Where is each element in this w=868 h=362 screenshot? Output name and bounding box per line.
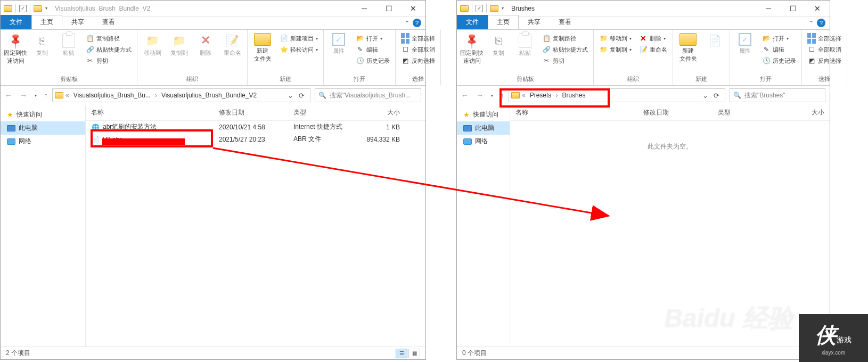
invertselect-button[interactable]: ◩反向选择 <box>805 55 844 66</box>
delete-button[interactable]: ✕删除 <box>193 31 218 59</box>
breadcrumb-item[interactable]: Presets <box>528 92 554 99</box>
pasteshortcut-button[interactable]: 🔗粘贴快捷方式 <box>84 44 134 55</box>
newfolder-button[interactable]: 新建 文件夹 <box>675 31 701 65</box>
tab-view[interactable]: 查看 <box>550 15 580 29</box>
qat-check-icon[interactable]: ✓ <box>476 5 483 12</box>
history-button[interactable]: 🕓历史记录 <box>354 55 392 66</box>
chevron-down-icon[interactable]: ▾ <box>45 6 47 11</box>
invertselect-button[interactable]: ◩反向选择 <box>399 55 437 66</box>
rename-button[interactable]: 📝重命名 <box>637 44 669 55</box>
copy-button[interactable]: ⎘复制 <box>486 31 511 59</box>
newfolder-button[interactable]: 新建 文件夹 <box>250 31 275 65</box>
address-bar[interactable]: « Presets › Brushes ⌄⟳ <box>509 88 725 102</box>
search-input[interactable]: 🔍 搜索"Visualsofjulius_Brush... <box>315 88 421 102</box>
refresh-button[interactable]: ⟳ <box>299 92 305 100</box>
history-button[interactable]: 🕓历史记录 <box>760 55 798 66</box>
sidebar-item-network[interactable]: 网络 <box>457 135 510 148</box>
history-dropdown[interactable]: ▾ <box>35 93 37 98</box>
maximize-button[interactable]: ☐ <box>376 1 401 17</box>
open-button[interactable]: 📂打开▾ <box>354 33 392 44</box>
qat-check-icon[interactable]: ✓ <box>19 5 27 12</box>
pin-quickaccess-button[interactable]: 📌固定到快 速访问 <box>459 31 485 67</box>
paste-button[interactable]: 粘贴 <box>512 31 538 59</box>
chevron-down-icon[interactable]: ⌄ <box>288 92 293 100</box>
chevron-down-icon[interactable]: ⌄ <box>702 92 708 100</box>
pin-quickaccess-button[interactable]: 📌固定到快 速访问 <box>3 31 28 67</box>
cut-button[interactable]: ✂剪切 <box>540 55 590 66</box>
tab-home[interactable]: 主页 <box>488 15 519 29</box>
tab-share[interactable]: 共享 <box>62 15 93 29</box>
open-button[interactable]: 📂打开▾ <box>760 33 798 44</box>
breadcrumb-item[interactable]: Visualsofjulius_Brush_Bundle_V2 <box>159 92 259 99</box>
col-type[interactable]: 类型 <box>718 108 782 117</box>
chevron-up-icon[interactable]: ⌃ <box>405 20 410 27</box>
back-button[interactable]: ← <box>5 91 12 100</box>
pasteshortcut-button[interactable]: 🔗粘贴快捷方式 <box>540 44 590 55</box>
help-icon[interactable]: ? <box>817 19 825 27</box>
properties-button[interactable]: ✓属性 <box>732 31 758 57</box>
breadcrumb-item[interactable]: Brushes <box>560 92 587 99</box>
view-icons-button[interactable]: ▦ <box>408 349 420 358</box>
copypath-button[interactable]: 📋复制路径 <box>540 33 590 44</box>
tab-share[interactable]: 共享 <box>519 15 550 29</box>
selectall-button[interactable]: 全部选择 <box>805 33 844 44</box>
view-details-button[interactable]: ☰ <box>800 349 812 358</box>
copy-button[interactable]: ⎘复制 <box>29 31 55 59</box>
delete-button[interactable]: ✕删除▾ <box>637 33 669 44</box>
copypath-button[interactable]: 📋复制路径 <box>84 33 134 44</box>
chevron-down-icon[interactable]: ▾ <box>502 6 504 11</box>
view-icons-button[interactable]: ▦ <box>813 349 824 358</box>
close-button[interactable]: ✕ <box>401 1 425 17</box>
moveto-button[interactable]: 📁移动到 <box>140 31 165 59</box>
newitem-button[interactable]: 📄 <box>702 31 727 50</box>
col-name[interactable]: 名称 <box>515 108 643 117</box>
forward-button[interactable]: → <box>476 91 484 100</box>
rename-button[interactable]: 📝重命名 <box>219 31 245 59</box>
edit-button[interactable]: ✎编辑 <box>760 44 798 55</box>
forward-button[interactable]: → <box>20 91 27 100</box>
newitem-button[interactable]: 📄新建项目▾ <box>277 33 320 44</box>
refresh-button[interactable]: ⟳ <box>714 92 719 100</box>
selectnone-button[interactable]: ☐全部取消 <box>399 44 437 55</box>
view-details-button[interactable]: ☰ <box>396 349 407 358</box>
paste-button[interactable]: 粘贴 <box>56 31 81 59</box>
col-type[interactable]: 类型 <box>293 108 357 117</box>
minimize-button[interactable]: ─ <box>756 1 781 17</box>
cut-button[interactable]: ✂剪切 <box>84 55 134 66</box>
selectall-button[interactable]: 全部选择 <box>399 33 437 44</box>
copyto-button[interactable]: 📁复制到▾ <box>597 44 634 55</box>
back-button[interactable]: ← <box>461 91 469 100</box>
col-size[interactable]: 大小 <box>357 108 400 117</box>
col-size[interactable]: 大小 <box>782 108 824 117</box>
properties-button[interactable]: ✓属性 <box>326 31 351 57</box>
address-bar[interactable]: « Visualsofjulius_Brush_Bu... › Visualso… <box>52 88 310 102</box>
history-dropdown[interactable]: ▾ <box>491 93 493 98</box>
tab-home[interactable]: 主页 <box>31 15 62 29</box>
tab-file[interactable]: 文件 <box>457 15 488 29</box>
moveto-button[interactable]: 📁移动到▾ <box>597 33 634 44</box>
up-button[interactable]: ↑ <box>44 91 48 100</box>
chevron-up-icon[interactable]: ⌃ <box>809 20 814 27</box>
col-date[interactable]: 修改日期 <box>643 108 718 117</box>
selectnone-button[interactable]: ☐全部取消 <box>805 44 844 55</box>
sidebar-item-network[interactable]: 网络 <box>1 135 85 148</box>
edit-button[interactable]: ✎编辑 <box>354 44 392 55</box>
minimize-button[interactable]: ─ <box>352 1 376 17</box>
sidebar-item-quickaccess[interactable]: ★快速访问 <box>1 108 85 121</box>
close-button[interactable]: ✕ <box>805 1 830 17</box>
maximize-button[interactable]: ☐ <box>781 1 805 17</box>
tab-view[interactable]: 查看 <box>93 15 124 29</box>
col-date[interactable]: 修改日期 <box>219 108 293 117</box>
col-name[interactable]: 名称 <box>91 108 219 117</box>
file-row[interactable]: 🌐abr笔刷的安装方法 2020/10/21 4:58 Internet 快捷方… <box>86 121 425 133</box>
tab-file[interactable]: 文件 <box>1 15 31 29</box>
copyto-button[interactable]: 📁复制到 <box>166 31 192 59</box>
sidebar-item-quickaccess[interactable]: ★快速访问 <box>457 108 510 121</box>
help-icon[interactable]: ? <box>413 19 421 27</box>
up-button[interactable]: ↑ <box>501 91 504 100</box>
sidebar-item-thispc[interactable]: 此电脑 <box>1 121 85 135</box>
breadcrumb-item[interactable]: Visualsofjulius_Brush_Bu... <box>71 92 153 99</box>
easyaccess-button[interactable]: ⭐轻松访问▾ <box>277 44 320 55</box>
search-input[interactable]: 🔍 搜索"Brushes" <box>730 88 825 102</box>
sidebar-item-thispc[interactable]: 此电脑 <box>457 121 510 135</box>
